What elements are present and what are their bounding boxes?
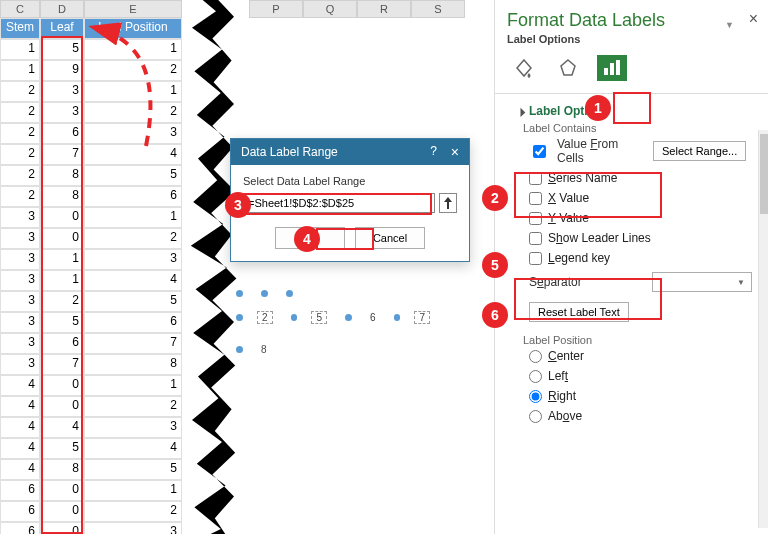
cell-stem[interactable]: 3 [0, 207, 40, 228]
pos-left-radio[interactable] [529, 370, 542, 383]
column-headers-right: P Q R S [249, 0, 465, 18]
cell-stem[interactable]: 3 [0, 270, 40, 291]
effects-icon[interactable] [553, 55, 583, 81]
cell-stem[interactable]: 1 [0, 60, 40, 81]
fill-icon[interactable] [509, 55, 539, 81]
close-icon[interactable]: × [749, 10, 758, 28]
cell-stem[interactable]: 3 [0, 312, 40, 333]
data-point[interactable] [236, 314, 243, 321]
svg-rect-4 [616, 60, 620, 75]
leader-lines-checkbox[interactable] [529, 232, 542, 245]
colhead-s[interactable]: S [411, 0, 465, 18]
scroll-thumb[interactable] [760, 134, 768, 214]
chart-sample: 2 5 6 7 8 [230, 290, 430, 370]
cell-pos[interactable]: 7 [84, 333, 182, 354]
separator-select[interactable]: ,▼ [652, 272, 752, 292]
cell-stem[interactable]: 4 [0, 417, 40, 438]
cell-pos[interactable]: 1 [84, 375, 182, 396]
legend-key-label: Legend key [548, 251, 610, 265]
pos-above-radio[interactable] [529, 410, 542, 423]
cell-pos[interactable]: 4 [84, 270, 182, 291]
colhead-r[interactable]: R [357, 0, 411, 18]
range-picker-icon[interactable] [439, 193, 457, 213]
cell-pos[interactable]: 5 [84, 459, 182, 480]
data-point[interactable] [236, 346, 243, 353]
annotation-circle-6: 6 [482, 302, 508, 328]
cell-stem[interactable]: 4 [0, 459, 40, 480]
cell-stem[interactable]: 4 [0, 396, 40, 417]
cell-pos[interactable]: 6 [84, 312, 182, 333]
header-stem[interactable]: Stem [0, 18, 40, 39]
cell-stem[interactable]: 6 [0, 501, 40, 522]
colhead-d[interactable]: D [40, 0, 84, 18]
legend-key-checkbox[interactable] [529, 252, 542, 265]
cell-pos[interactable]: 2 [84, 501, 182, 522]
annotation-box-input [244, 193, 432, 215]
cell-stem[interactable]: 4 [0, 375, 40, 396]
cell-pos[interactable]: 4 [84, 438, 182, 459]
leader-lines-label: Show Leader Lines [548, 231, 651, 245]
cell-stem[interactable]: 3 [0, 291, 40, 312]
cell-pos[interactable]: 8 [84, 354, 182, 375]
pane-icon-tabs [495, 51, 768, 91]
cell-stem[interactable]: 4 [0, 438, 40, 459]
close-icon[interactable]: × [451, 144, 459, 160]
value-from-cells-checkbox[interactable] [533, 145, 546, 158]
help-icon[interactable]: ? [430, 144, 437, 160]
cell-stem[interactable]: 2 [0, 123, 40, 144]
cell-pos[interactable]: 2 [84, 396, 182, 417]
colhead-c[interactable]: C [0, 0, 40, 18]
dialog-title: Data Label Range [241, 145, 338, 159]
annotation-box-uncheck [514, 278, 662, 320]
dropdown-icon[interactable]: ▼ [725, 20, 734, 30]
cell-pos[interactable]: 3 [84, 417, 182, 438]
annotation-circle-3: 3 [225, 192, 251, 218]
annotation-circle-1: 1 [585, 95, 611, 121]
table-row: 601 [0, 480, 235, 501]
pos-right-radio[interactable] [529, 390, 542, 403]
cell-stem[interactable]: 3 [0, 228, 40, 249]
dialog-titlebar[interactable]: Data Label Range ? × [231, 139, 469, 165]
data-label[interactable]: 5 [311, 311, 327, 324]
cell-stem[interactable]: 2 [0, 81, 40, 102]
data-point[interactable] [286, 290, 293, 297]
data-point[interactable] [261, 290, 268, 297]
colhead-q[interactable]: Q [303, 0, 357, 18]
cell-pos[interactable]: 1 [84, 207, 182, 228]
table-row: 313 [0, 249, 235, 270]
cell-stem[interactable]: 2 [0, 165, 40, 186]
data-point[interactable] [236, 290, 243, 297]
cell-pos[interactable]: 3 [84, 249, 182, 270]
table-row: 325 [0, 291, 235, 312]
table-row: 454 [0, 438, 235, 459]
cell-stem[interactable]: 3 [0, 249, 40, 270]
cell-stem[interactable]: 3 [0, 333, 40, 354]
annotation-circle-2: 2 [482, 185, 508, 211]
cell-stem[interactable]: 3 [0, 354, 40, 375]
cell-stem[interactable]: 1 [0, 39, 40, 60]
table-row: 301 [0, 207, 235, 228]
cell-stem[interactable]: 2 [0, 144, 40, 165]
cell-pos[interactable]: 1 [84, 480, 182, 501]
table-row: 603 [0, 522, 235, 534]
select-range-button[interactable]: Select Range... [653, 141, 746, 161]
chart-options-icon[interactable] [597, 55, 627, 81]
cell-pos[interactable]: 3 [84, 522, 182, 534]
pos-center-radio[interactable] [529, 350, 542, 363]
annotation-circle-5: 5 [482, 252, 508, 278]
pane-subtitle: Label Options [495, 33, 768, 51]
cell-stem[interactable]: 2 [0, 102, 40, 123]
pos-above-label: Above [548, 409, 582, 423]
cell-stem[interactable]: 2 [0, 186, 40, 207]
scrollbar[interactable] [758, 130, 768, 528]
annotation-box-column-d [41, 36, 83, 534]
data-point[interactable] [291, 314, 298, 321]
cell-stem[interactable]: 6 [0, 480, 40, 501]
cell-stem[interactable]: 6 [0, 522, 40, 534]
data-point[interactable] [345, 314, 352, 321]
data-label[interactable]: 2 [257, 311, 273, 324]
cell-pos[interactable]: 2 [84, 228, 182, 249]
cell-pos[interactable]: 5 [84, 291, 182, 312]
data-label[interactable]: 7 [414, 311, 430, 324]
data-point[interactable] [394, 314, 401, 321]
